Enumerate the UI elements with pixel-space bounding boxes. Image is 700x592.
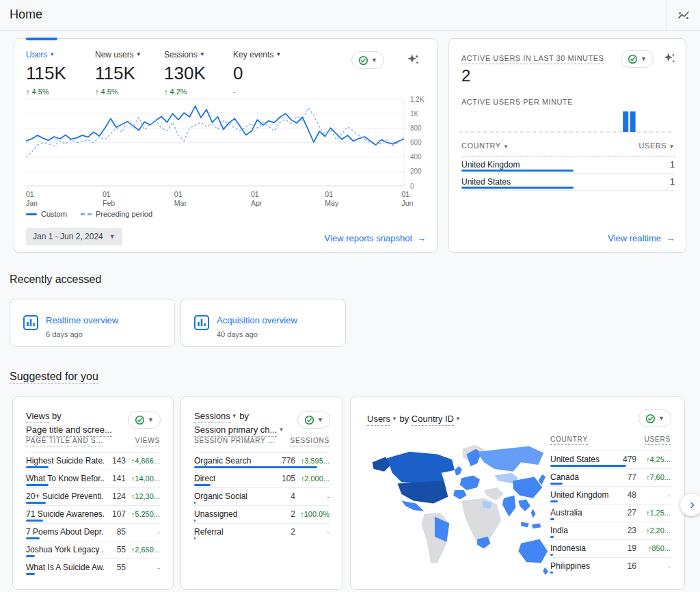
row-change: - (327, 528, 329, 536)
svg-text:200: 200 (410, 167, 422, 175)
dimension-column-header[interactable]: SESSION PRIMARY ... (194, 437, 275, 446)
sparkle-icon[interactable] (406, 53, 420, 66)
row-change: ↑1,25... (646, 509, 671, 517)
users-by-country-card: Users▼ by Country ID▼ ▼ (350, 396, 685, 590)
chevron-down-icon: ▼ (317, 416, 323, 423)
metric-tab[interactable]: New users▼ 115K ↑ 4.5% (95, 50, 164, 96)
date-range-picker[interactable]: Jan 1 - Jun 2, 2024 ▼ (26, 228, 122, 245)
row-label: Organic Social (194, 492, 247, 501)
sparkle-icon[interactable] (662, 51, 676, 65)
chevron-down-icon: ▼ (200, 52, 205, 57)
row-value: 55 (117, 563, 126, 572)
svg-text:1.2K: 1.2K (410, 96, 425, 103)
data-quality-dropdown[interactable]: ▼ (638, 409, 671, 427)
row-bar (550, 483, 563, 485)
row-value: 77 (628, 472, 636, 482)
recent-item-link[interactable]: Acquisition overview (217, 315, 297, 325)
row-bar (26, 537, 40, 539)
realtime-title: ACTIVE USERS IN LAST 30 MINUTES (461, 54, 604, 62)
table-row: Joshua York Legacy ... 55 ↑2,650... (26, 541, 160, 559)
per-minute-label: ACTIVE USERS PER MINUTE (461, 98, 573, 106)
row-label: Highest Suicide Rate... (26, 456, 104, 466)
metric-column-header[interactable]: USERS (645, 435, 671, 445)
row-change: ↑2,000... (301, 474, 329, 483)
check-circle-icon (628, 54, 638, 64)
metric-value: 130K (164, 63, 233, 84)
page-title: Home (10, 8, 42, 22)
check-circle-icon (135, 415, 145, 425)
data-quality-dropdown[interactable]: ▼ (351, 51, 384, 69)
chevron-down-icon[interactable]: ▼ (454, 416, 461, 422)
row-label: Australia (550, 508, 582, 517)
row-bar (26, 466, 49, 468)
users-column-header[interactable]: USERS ▼ (639, 142, 675, 150)
metric-column-header[interactable]: VIEWS (135, 437, 160, 446)
row-value: 143 (112, 456, 126, 466)
row-label: 71 Suicide Awarenes... (26, 509, 104, 519)
row-change: ↑850... (648, 544, 671, 552)
metric-tab[interactable]: Key events▼ 0 - (233, 50, 302, 96)
country-bar (461, 187, 574, 189)
card-title: Sessions▼ by Session primary ch...▼ (194, 409, 284, 437)
row-value: 2 (291, 509, 295, 519)
recent-card-realtime-overview[interactable]: Realtime overview 6 days ago (10, 299, 175, 347)
dimension-column-header[interactable]: COUNTRY (550, 435, 588, 445)
recently-accessed-title: Recently accessed (10, 273, 101, 286)
carousel-next-button[interactable]: › (680, 494, 700, 516)
check-circle-icon (304, 415, 314, 425)
chevron-down-icon: ▼ (109, 233, 116, 240)
metric-tab[interactable]: Users▼ 115K ↑ 4.5% (26, 50, 95, 96)
suggested-for-you-title: Suggested for you (10, 371, 98, 383)
row-label: What Is A Suicide Aw... (26, 563, 104, 572)
bar-chart-icon (23, 314, 39, 331)
dimension-column-header[interactable]: PAGE TITLE AND S... (26, 437, 103, 446)
world-map (363, 437, 549, 589)
trend-chart-plot: 1.2K1K8006004002000 (26, 96, 439, 189)
recent-item-link[interactable]: Realtime overview (46, 315, 118, 325)
users-value: 1 (670, 177, 675, 187)
metric-label: New users▼ (95, 50, 164, 59)
row-label: Philippines (550, 561, 590, 571)
insights-button[interactable] (666, 0, 700, 30)
row-value: 776 (282, 456, 295, 466)
row-label: Referral (194, 527, 224, 537)
card-title: Views by Page title and scree... (26, 409, 112, 437)
row-change: ↑100.0% (300, 510, 329, 518)
row-change: ↑12,30... (131, 492, 160, 500)
row-label: Unassigned (194, 509, 237, 519)
row-value: 27 (628, 508, 636, 517)
chevron-down-icon: ▼ (275, 52, 281, 57)
recent-card-acquisition-overview[interactable]: Acquisition overview 40 days ago (180, 299, 346, 347)
chevron-down-icon[interactable]: ▼ (277, 427, 284, 433)
svg-text:0: 0 (410, 183, 414, 190)
row-value: 479 (623, 455, 636, 464)
chevron-down-icon[interactable]: ▼ (390, 416, 397, 422)
metric-tab[interactable]: Sessions▼ 130K ↑ 4.2% (164, 50, 233, 96)
row-change: - (157, 563, 160, 571)
table-row: Canada 77 ↑7,60... (550, 468, 671, 486)
row-change: - (327, 492, 329, 500)
legend-label-custom: Custom (41, 210, 67, 218)
metric-column-header[interactable]: SESSIONS (290, 437, 329, 446)
chevron-down-icon: ▼ (503, 144, 509, 150)
metrics-row: Users▼ 115K ↑ 4.5% New users▼ 115K ↑ 4.5… (26, 50, 302, 96)
row-change: ↑4,666... (131, 457, 160, 465)
views-table: PAGE TITLE AND S... VIEWS Highest Suicid… (26, 437, 160, 576)
view-reports-snapshot-link[interactable]: View reports snapshot → (325, 233, 426, 243)
view-realtime-link[interactable]: View realtime → (608, 233, 675, 243)
chevron-down-icon[interactable]: ▼ (230, 413, 237, 419)
table-row: United States 479 ↑4,25... (550, 450, 671, 468)
check-circle-icon (358, 55, 368, 66)
data-quality-dropdown[interactable]: ▼ (128, 411, 161, 429)
row-change: - (157, 528, 160, 536)
row-value: 124 (112, 492, 126, 501)
page-header: Home (0, 0, 700, 31)
data-quality-dropdown[interactable]: ▼ (621, 50, 654, 68)
data-quality-dropdown[interactable]: ▼ (297, 411, 330, 429)
table-row: What Is A Suicide Aw... 55 - (26, 559, 160, 576)
row-value: 55 (117, 545, 126, 554)
overview-card: Users▼ 115K ↑ 4.5% New users▼ 115K ↑ 4.5… (14, 38, 438, 253)
row-change: ↑5,250... (131, 510, 160, 518)
country-column-header[interactable]: COUNTRY ▼ (461, 142, 509, 150)
table-row: 20+ Suicide Preventi... 124 ↑12,30... (26, 487, 160, 505)
